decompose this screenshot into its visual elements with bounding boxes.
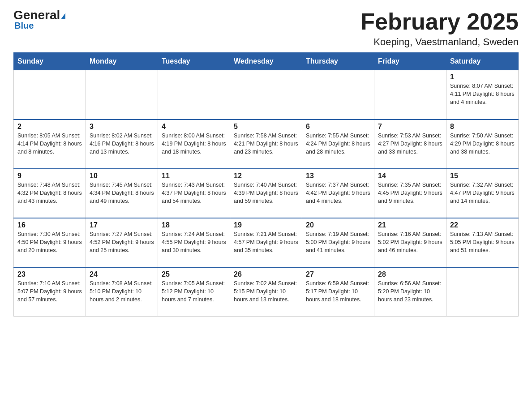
calendar-day-cell: 26Sunrise: 7:02 AM Sunset: 5:15 PM Dayli… <box>230 267 302 317</box>
day-number: 3 <box>90 123 154 131</box>
day-number: 25 <box>162 270 226 278</box>
calendar-day-cell: 14Sunrise: 7:35 AM Sunset: 4:45 PM Dayli… <box>374 169 446 218</box>
calendar-day-cell <box>14 70 86 120</box>
day-info: Sunrise: 7:53 AM Sunset: 4:27 PM Dayligh… <box>378 132 442 156</box>
day-number: 5 <box>234 123 298 131</box>
calendar-body: 1Sunrise: 8:07 AM Sunset: 4:11 PM Daylig… <box>14 70 519 317</box>
calendar-day-cell: 23Sunrise: 7:10 AM Sunset: 5:07 PM Dayli… <box>14 267 86 317</box>
calendar-day-cell: 12Sunrise: 7:40 AM Sunset: 4:39 PM Dayli… <box>230 169 302 218</box>
day-number: 15 <box>450 172 515 180</box>
weekday-header-monday: Monday <box>86 53 158 70</box>
calendar-day-cell: 3Sunrise: 8:02 AM Sunset: 4:16 PM Daylig… <box>86 120 158 169</box>
weekday-header-wednesday: Wednesday <box>230 53 302 70</box>
calendar-day-cell <box>302 70 374 120</box>
day-number: 4 <box>162 123 226 131</box>
day-info: Sunrise: 7:19 AM Sunset: 5:00 PM Dayligh… <box>306 230 370 254</box>
day-info: Sunrise: 7:16 AM Sunset: 5:02 PM Dayligh… <box>378 230 442 254</box>
calendar-day-cell: 13Sunrise: 7:37 AM Sunset: 4:42 PM Dayli… <box>302 169 374 218</box>
day-info: Sunrise: 7:35 AM Sunset: 4:45 PM Dayligh… <box>378 181 442 205</box>
calendar-day-cell: 18Sunrise: 7:24 AM Sunset: 4:55 PM Dayli… <box>158 218 230 267</box>
day-info: Sunrise: 6:56 AM Sunset: 5:20 PM Dayligh… <box>378 279 442 304</box>
day-number: 28 <box>378 270 442 278</box>
day-info: Sunrise: 7:32 AM Sunset: 4:47 PM Dayligh… <box>450 181 515 205</box>
day-info: Sunrise: 7:13 AM Sunset: 5:05 PM Dayligh… <box>450 230 515 254</box>
day-number: 20 <box>306 221 370 229</box>
calendar-day-cell: 9Sunrise: 7:48 AM Sunset: 4:32 PM Daylig… <box>14 169 86 218</box>
calendar-day-cell: 2Sunrise: 8:05 AM Sunset: 4:14 PM Daylig… <box>14 120 86 169</box>
calendar-day-cell: 24Sunrise: 7:08 AM Sunset: 5:10 PM Dayli… <box>86 267 158 317</box>
day-number: 8 <box>450 123 515 131</box>
day-info: Sunrise: 7:58 AM Sunset: 4:21 PM Dayligh… <box>234 132 298 156</box>
calendar-week-row: 23Sunrise: 7:10 AM Sunset: 5:07 PM Dayli… <box>14 267 519 317</box>
calendar-week-row: 2Sunrise: 8:05 AM Sunset: 4:14 PM Daylig… <box>14 120 519 169</box>
weekday-header-sunday: Sunday <box>14 53 86 70</box>
weekday-header-friday: Friday <box>374 53 446 70</box>
day-info: Sunrise: 7:37 AM Sunset: 4:42 PM Dayligh… <box>306 181 370 205</box>
day-number: 18 <box>162 221 226 229</box>
calendar-day-cell: 16Sunrise: 7:30 AM Sunset: 4:50 PM Dayli… <box>14 218 86 267</box>
day-info: Sunrise: 7:27 AM Sunset: 4:52 PM Dayligh… <box>90 230 154 254</box>
calendar-day-cell: 1Sunrise: 8:07 AM Sunset: 4:11 PM Daylig… <box>446 70 519 120</box>
logo-general-text: General <box>13 9 65 21</box>
day-number: 7 <box>378 123 442 131</box>
day-number: 12 <box>234 172 298 180</box>
day-number: 17 <box>90 221 154 229</box>
day-info: Sunrise: 7:10 AM Sunset: 5:07 PM Dayligh… <box>17 279 82 304</box>
calendar-week-row: 1Sunrise: 8:07 AM Sunset: 4:11 PM Daylig… <box>14 70 519 120</box>
day-info: Sunrise: 8:07 AM Sunset: 4:11 PM Dayligh… <box>450 82 515 106</box>
day-number: 21 <box>378 221 442 229</box>
day-number: 9 <box>17 172 82 180</box>
day-number: 13 <box>306 172 370 180</box>
day-info: Sunrise: 7:43 AM Sunset: 4:37 PM Dayligh… <box>162 181 226 205</box>
day-info: Sunrise: 7:08 AM Sunset: 5:10 PM Dayligh… <box>90 279 154 304</box>
page-header: General Blue February 2025 Koeping, Vaes… <box>13 9 519 48</box>
day-number: 1 <box>450 73 515 81</box>
calendar-day-cell: 28Sunrise: 6:56 AM Sunset: 5:20 PM Dayli… <box>374 267 446 317</box>
calendar-day-cell: 25Sunrise: 7:05 AM Sunset: 5:12 PM Dayli… <box>158 267 230 317</box>
calendar-title: February 2025 <box>360 9 519 34</box>
day-number: 2 <box>17 123 82 131</box>
logo-blue-text: Blue <box>14 21 34 31</box>
day-number: 11 <box>162 172 226 180</box>
day-info: Sunrise: 7:40 AM Sunset: 4:39 PM Dayligh… <box>234 181 298 205</box>
calendar-day-cell <box>374 70 446 120</box>
calendar-day-cell <box>158 70 230 120</box>
day-number: 10 <box>90 172 154 180</box>
day-info: Sunrise: 7:48 AM Sunset: 4:32 PM Dayligh… <box>17 181 82 205</box>
day-info: Sunrise: 6:59 AM Sunset: 5:17 PM Dayligh… <box>306 279 370 304</box>
calendar-day-cell: 11Sunrise: 7:43 AM Sunset: 4:37 PM Dayli… <box>158 169 230 218</box>
day-info: Sunrise: 7:02 AM Sunset: 5:15 PM Dayligh… <box>234 279 298 304</box>
calendar-day-cell: 15Sunrise: 7:32 AM Sunset: 4:47 PM Dayli… <box>446 169 519 218</box>
calendar-day-cell: 5Sunrise: 7:58 AM Sunset: 4:21 PM Daylig… <box>230 120 302 169</box>
calendar-day-cell: 17Sunrise: 7:27 AM Sunset: 4:52 PM Dayli… <box>86 218 158 267</box>
day-info: Sunrise: 8:00 AM Sunset: 4:19 PM Dayligh… <box>162 132 226 156</box>
day-number: 27 <box>306 270 370 278</box>
calendar-day-cell: 7Sunrise: 7:53 AM Sunset: 4:27 PM Daylig… <box>374 120 446 169</box>
day-info: Sunrise: 7:45 AM Sunset: 4:34 PM Dayligh… <box>90 181 154 205</box>
calendar-day-cell <box>230 70 302 120</box>
calendar-day-cell: 10Sunrise: 7:45 AM Sunset: 4:34 PM Dayli… <box>86 169 158 218</box>
day-number: 23 <box>17 270 82 278</box>
day-info: Sunrise: 7:21 AM Sunset: 4:57 PM Dayligh… <box>234 230 298 254</box>
day-number: 19 <box>234 221 298 229</box>
calendar-day-cell <box>86 70 158 120</box>
day-number: 26 <box>234 270 298 278</box>
calendar-week-row: 16Sunrise: 7:30 AM Sunset: 4:50 PM Dayli… <box>14 218 519 267</box>
logo-triangle-icon <box>61 13 65 19</box>
calendar-table: SundayMondayTuesdayWednesdayThursdayFrid… <box>13 52 519 317</box>
day-info: Sunrise: 8:02 AM Sunset: 4:16 PM Dayligh… <box>90 132 154 156</box>
day-number: 24 <box>90 270 154 278</box>
day-number: 14 <box>378 172 442 180</box>
calendar-week-row: 9Sunrise: 7:48 AM Sunset: 4:32 PM Daylig… <box>14 169 519 218</box>
day-number: 16 <box>17 221 82 229</box>
day-info: Sunrise: 7:05 AM Sunset: 5:12 PM Dayligh… <box>162 279 226 304</box>
calendar-subtitle: Koeping, Vaestmanland, Sweden <box>360 36 519 48</box>
logo: General Blue <box>13 9 65 31</box>
weekday-header-saturday: Saturday <box>446 53 519 70</box>
day-info: Sunrise: 7:55 AM Sunset: 4:24 PM Dayligh… <box>306 132 370 156</box>
calendar-day-cell: 4Sunrise: 8:00 AM Sunset: 4:19 PM Daylig… <box>158 120 230 169</box>
day-number: 6 <box>306 123 370 131</box>
calendar-day-cell: 8Sunrise: 7:50 AM Sunset: 4:29 PM Daylig… <box>446 120 519 169</box>
weekday-header-thursday: Thursday <box>302 53 374 70</box>
calendar-day-cell: 21Sunrise: 7:16 AM Sunset: 5:02 PM Dayli… <box>374 218 446 267</box>
